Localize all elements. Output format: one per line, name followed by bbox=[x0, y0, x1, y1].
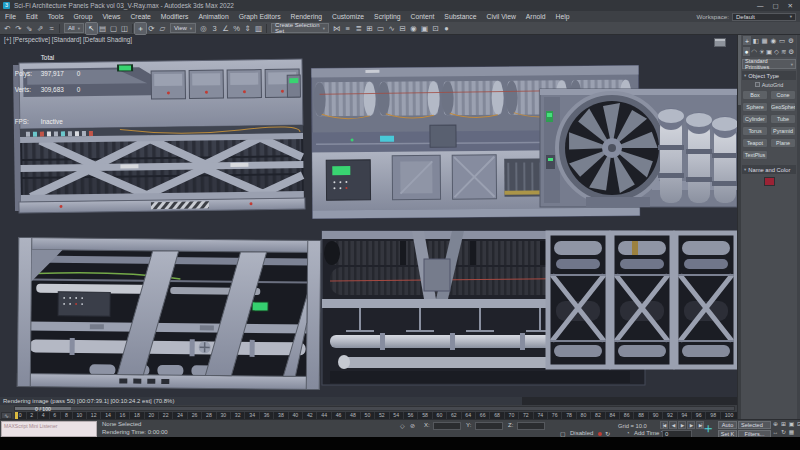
named-selection-icon[interactable]: ▥ bbox=[253, 23, 264, 34]
bind-spacewarp-icon[interactable]: ≈ bbox=[46, 23, 57, 34]
tab-hierarchy[interactable]: ▦ bbox=[761, 36, 769, 45]
schematic-view-icon[interactable]: ⊟ bbox=[397, 23, 408, 34]
orbit-icon[interactable]: ↻ bbox=[780, 429, 787, 436]
mirror-icon[interactable]: ⋈ bbox=[331, 23, 342, 34]
scale-icon[interactable]: ▱ bbox=[157, 23, 168, 34]
scene-explorer-icon[interactable]: ≣ bbox=[353, 23, 364, 34]
menu-item[interactable]: Create bbox=[125, 11, 155, 22]
ribbon-icon[interactable]: ▭ bbox=[375, 23, 386, 34]
auto-key-button[interactable]: Auto bbox=[718, 421, 737, 429]
redo-icon[interactable]: ↷ bbox=[13, 23, 24, 34]
primitive-button[interactable]: Tube bbox=[770, 114, 796, 124]
subtab-lights[interactable]: ☀ bbox=[758, 47, 765, 56]
primitive-button[interactable]: Sphere bbox=[742, 102, 768, 112]
prev-frame-button[interactable]: ◀ bbox=[669, 421, 677, 429]
select-link-icon[interactable]: ⇘ bbox=[24, 23, 35, 34]
time-slider-handle[interactable]: 0 / 100 bbox=[15, 407, 71, 410]
minimize-button[interactable]: — bbox=[757, 2, 764, 10]
tab-display[interactable]: ▭ bbox=[778, 36, 786, 45]
unlink-icon[interactable]: ⇗ bbox=[35, 23, 46, 34]
add-keys-button[interactable]: ＋ bbox=[700, 421, 716, 437]
track-bar[interactable]: 0246810121416182022242628303234363840424… bbox=[14, 412, 737, 419]
menu-item[interactable]: Scripting bbox=[369, 11, 405, 22]
zoom-all-icon[interactable]: ⊞ bbox=[780, 421, 787, 428]
z-coordinate-field[interactable] bbox=[517, 422, 545, 430]
menu-item[interactable]: Modifiers bbox=[156, 11, 194, 22]
primitive-button[interactable]: Cylinder bbox=[742, 114, 768, 124]
pan-icon[interactable]: ↔ bbox=[772, 429, 779, 436]
primitive-button[interactable]: Cone bbox=[770, 90, 796, 100]
primitive-button[interactable]: GeoSphere bbox=[770, 102, 796, 112]
named-selection-set-field[interactable]: Create Selection Set▾ bbox=[271, 23, 329, 33]
viewport-canvas[interactable] bbox=[0, 35, 737, 397]
render-setup-icon[interactable]: ▣ bbox=[419, 23, 430, 34]
lock-selection-icon[interactable]: ⊘ bbox=[410, 422, 415, 429]
close-button[interactable]: ✕ bbox=[788, 2, 793, 10]
zoom-icon[interactable]: ⊕ bbox=[772, 421, 779, 428]
select-object-icon[interactable]: ↖ bbox=[86, 23, 97, 34]
primitive-button[interactable]: TextPlus bbox=[742, 150, 768, 160]
percent-snap-icon[interactable]: % bbox=[231, 23, 242, 34]
menu-item[interactable]: Help bbox=[550, 11, 574, 22]
menu-item[interactable]: Views bbox=[97, 11, 125, 22]
maximize-viewport-icon[interactable]: ▦ bbox=[788, 429, 795, 436]
curve-editor-icon[interactable]: ∿ bbox=[386, 23, 397, 34]
selection-region-icon[interactable]: ▢ bbox=[560, 430, 566, 437]
perspective-viewport[interactable]: [+] [Perspective] [Standard] [Default Sh… bbox=[0, 35, 737, 397]
viewcube[interactable] bbox=[714, 38, 726, 47]
rollout-object-type[interactable]: ▾ Object Type bbox=[742, 71, 796, 80]
select-by-name-icon[interactable]: ▤ bbox=[97, 23, 108, 34]
reference-coordinate-dropdown[interactable]: View▾ bbox=[170, 23, 196, 33]
use-center-icon[interactable]: ◎ bbox=[198, 23, 209, 34]
subtab-helpers[interactable]: ◇ bbox=[773, 47, 780, 56]
rendered-frame-icon[interactable]: ⊡ bbox=[430, 23, 441, 34]
tab-utilities[interactable]: ⚙ bbox=[787, 36, 795, 45]
menu-item[interactable]: Civil View bbox=[481, 11, 520, 22]
primitive-button[interactable]: Torus bbox=[742, 126, 768, 136]
selected-dropdown[interactable]: Selected bbox=[738, 421, 771, 429]
maximize-button[interactable]: ▢ bbox=[772, 2, 778, 10]
menu-item[interactable]: Graph Editors bbox=[234, 11, 286, 22]
angle-snap-icon[interactable]: ∠ bbox=[220, 23, 231, 34]
next-frame-button[interactable]: ▶ bbox=[687, 421, 695, 429]
autogrid-checkbox[interactable]: AutoGrid bbox=[742, 80, 796, 89]
rotate-icon[interactable]: ⟳ bbox=[146, 23, 157, 34]
selection-filter-dropdown[interactable]: All▾ bbox=[64, 23, 84, 33]
model-panel-bottom-right[interactable] bbox=[548, 233, 736, 367]
tab-motion[interactable]: ◉ bbox=[769, 36, 777, 45]
x-coordinate-field[interactable] bbox=[433, 422, 461, 430]
menu-item[interactable]: Rendering bbox=[286, 11, 327, 22]
mini-curve-editor-button[interactable]: ∿ bbox=[1, 412, 12, 419]
subtab-cameras[interactable]: ▣ bbox=[765, 47, 772, 56]
rollout-name-and-color[interactable]: ▾ Name and Color bbox=[742, 165, 796, 174]
play-button[interactable]: ▶ bbox=[678, 421, 686, 429]
isolate-selection-icon[interactable]: ◇ bbox=[400, 422, 405, 429]
menu-item[interactable]: Arnold bbox=[521, 11, 551, 22]
primitive-button[interactable]: Pyramid bbox=[770, 126, 796, 136]
menu-item[interactable]: Animation bbox=[193, 11, 233, 22]
move-icon[interactable]: ＋ bbox=[135, 23, 146, 34]
tab-create[interactable]: ＋ bbox=[743, 36, 751, 45]
rect-region-icon[interactable]: ▢ bbox=[108, 23, 119, 34]
snap-3d-icon[interactable]: 3 bbox=[209, 23, 220, 34]
tab-modify[interactable]: ◧ bbox=[752, 36, 760, 45]
undo-icon[interactable]: ↶ bbox=[2, 23, 13, 34]
menu-item[interactable]: Edit bbox=[21, 11, 43, 22]
render-icon[interactable]: ● bbox=[441, 23, 452, 34]
subtab-spacewarps[interactable]: ≋ bbox=[780, 47, 787, 56]
command-panel-scrollbar[interactable] bbox=[738, 35, 741, 419]
y-coordinate-field[interactable] bbox=[475, 422, 503, 430]
zoom-extents-icon[interactable]: ▣ bbox=[788, 421, 795, 428]
subtab-geometry[interactable]: ● bbox=[743, 47, 750, 56]
time-slider[interactable]: 0 / 100 bbox=[14, 406, 735, 411]
primitive-category-dropdown[interactable]: Standard Primitives▾ bbox=[742, 59, 796, 69]
primitive-button[interactable]: Teapot bbox=[742, 138, 768, 148]
menu-item[interactable]: Customize bbox=[327, 11, 369, 22]
viewport-label[interactable]: [+] [Perspective] [Standard] [Default Sh… bbox=[4, 36, 132, 43]
model-panel-bottom-left[interactable] bbox=[17, 237, 321, 389]
maxscript-mini-listener[interactable]: MAXScript Mini Listener bbox=[1, 421, 97, 437]
layer-manager-icon[interactable]: ⊞ bbox=[364, 23, 375, 34]
model-panel-top-right[interactable] bbox=[540, 89, 737, 207]
go-start-button[interactable]: |◀ bbox=[660, 421, 668, 429]
align-icon[interactable]: ≡ bbox=[342, 23, 353, 34]
